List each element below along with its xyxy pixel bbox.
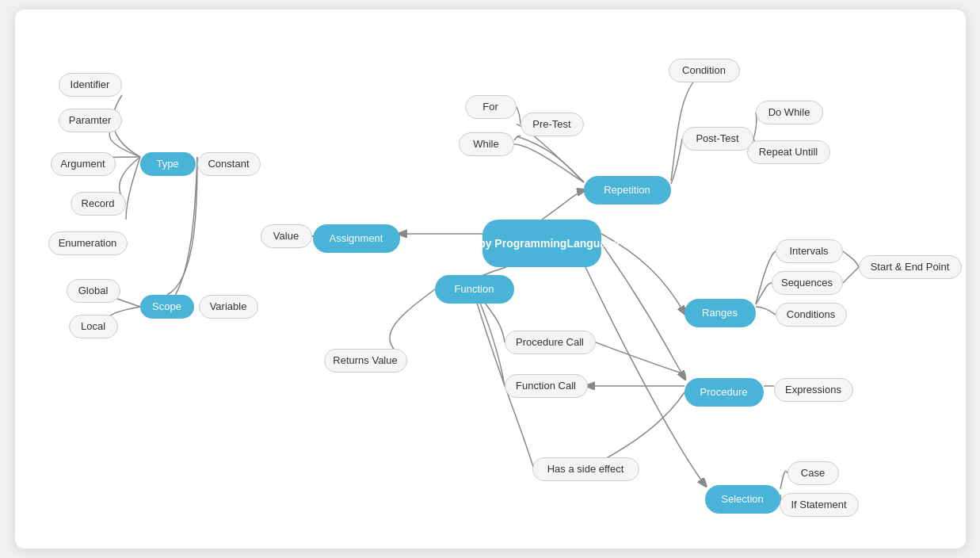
node-start_end[interactable]: Start & End Point	[859, 255, 962, 279]
node-intervals[interactable]: Intervals	[776, 239, 843, 263]
node-identifier[interactable]: Identifier	[59, 73, 122, 97]
node-label-pre_test: Pre-Test	[532, 118, 570, 132]
node-paramter[interactable]: Paramter	[59, 109, 122, 132]
node-label-conditions_range: Conditions	[787, 308, 835, 322]
node-label-type: Type	[156, 158, 178, 171]
node-label-selection: Selection	[721, 493, 763, 506]
node-condition[interactable]: Condition	[669, 59, 740, 82]
node-label-constant: Constant	[208, 158, 249, 171]
node-type[interactable]: Type	[140, 152, 196, 176]
node-label-repetition: Repetition	[604, 184, 650, 197]
node-variable[interactable]: Variable	[199, 295, 258, 319]
node-value[interactable]: Value	[261, 224, 312, 248]
node-if_statement[interactable]: If Statement	[780, 493, 859, 517]
node-assignment[interactable]: Assignment	[313, 224, 400, 253]
node-label-sequences: Sequences	[781, 277, 833, 290]
node-scope[interactable]: Scope	[140, 295, 194, 319]
node-label-argument: Argument	[60, 158, 105, 171]
node-label-expressions: Expressions	[785, 384, 841, 397]
node-returns_value[interactable]: Returns Value	[324, 349, 407, 373]
node-label-record: Record	[82, 197, 115, 211]
node-label-assignment: Assignment	[330, 232, 383, 246]
node-label-identifier: Identifier	[71, 78, 110, 92]
node-do_while[interactable]: Do While	[756, 101, 823, 124]
node-label-repeat_untill: Repeat Untill	[759, 146, 818, 159]
node-local[interactable]: Local	[69, 315, 118, 338]
node-ruby[interactable]: Ruby ProgrammingLanguage	[482, 220, 601, 267]
node-enumeration[interactable]: Enumeration	[48, 231, 128, 255]
node-label-enumeration: Enumeration	[59, 237, 117, 250]
node-function_call[interactable]: Function Call	[505, 374, 588, 398]
node-expressions[interactable]: Expressions	[774, 378, 853, 402]
node-label-start_end: Start & End Point	[871, 261, 950, 274]
node-pre_test[interactable]: Pre-Test	[521, 113, 584, 136]
node-label-do_while: Do While	[768, 106, 810, 120]
node-while[interactable]: While	[459, 132, 514, 156]
node-case[interactable]: Case	[787, 461, 839, 485]
node-post_test[interactable]: Post-Test	[682, 127, 753, 151]
node-label-returns_value: Returns Value	[333, 354, 397, 368]
node-conditions_range[interactable]: Conditions	[776, 303, 847, 327]
node-repeat_untill[interactable]: Repeat Untill	[747, 140, 830, 164]
mindmap-canvas: Ruby ProgrammingLanguageRepetitionAssign…	[15, 10, 966, 548]
node-label-procedure: Procedure	[700, 386, 748, 399]
node-label-while: While	[473, 138, 499, 151]
node-label-scope: Scope	[152, 300, 181, 314]
node-label-function: Function	[455, 283, 494, 296]
node-label-ruby: Language	[566, 236, 619, 250]
node-label-case: Case	[801, 467, 825, 480]
node-label-variable: Variable	[210, 300, 247, 314]
node-selection[interactable]: Selection	[705, 485, 780, 514]
node-constant[interactable]: Constant	[197, 152, 261, 176]
node-has_side_effect[interactable]: Has a side effect	[532, 457, 639, 481]
node-label-value: Value	[273, 230, 299, 243]
node-global[interactable]: Global	[67, 279, 120, 303]
node-label-procedure_call: Procedure Call	[516, 336, 584, 350]
node-ranges[interactable]: Ranges	[684, 299, 756, 327]
node-label-global: Global	[78, 285, 109, 298]
node-label-for: For	[482, 101, 498, 114]
node-procedure_call[interactable]: Procedure Call	[505, 331, 596, 354]
node-label-if_statement: If Statement	[791, 499, 846, 512]
node-label-function_call: Function Call	[516, 380, 576, 393]
node-procedure[interactable]: Procedure	[684, 378, 764, 407]
node-repetition[interactable]: Repetition	[584, 176, 671, 204]
node-label-condition: Condition	[682, 64, 726, 78]
node-label-paramter: Paramter	[69, 114, 111, 128]
node-label-local: Local	[81, 320, 105, 334]
node-for[interactable]: For	[465, 95, 517, 119]
node-sequences[interactable]: Sequences	[772, 271, 843, 295]
node-function[interactable]: Function	[435, 275, 514, 304]
node-record[interactable]: Record	[71, 192, 126, 216]
node-label-post_test: Post-Test	[696, 132, 738, 146]
node-label-ruby: Ruby Programming	[463, 236, 566, 250]
node-label-ranges: Ranges	[702, 307, 738, 320]
node-argument[interactable]: Argument	[51, 152, 116, 176]
node-label-intervals: Intervals	[789, 245, 828, 258]
node-label-has_side_effect: Has a side effect	[547, 463, 624, 476]
